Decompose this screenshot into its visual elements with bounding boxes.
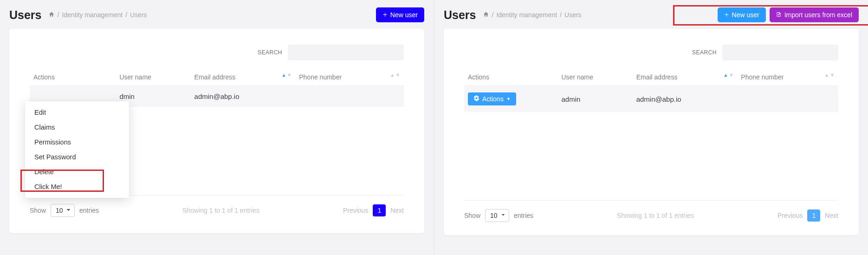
page-size-select[interactable]: 10 — [51, 204, 75, 217]
next-link[interactable]: Next — [390, 207, 404, 214]
menu-item-delete[interactable]: Delete — [25, 164, 129, 179]
cell-phone — [737, 86, 838, 112]
breadcrumb-sep: / — [58, 11, 59, 19]
cell-email: admin@abp.io — [191, 86, 296, 107]
show-label: Show — [30, 207, 46, 214]
breadcrumb-sep: / — [492, 11, 494, 19]
search-input[interactable] — [722, 45, 838, 60]
menu-item-permissions[interactable]: Permissions — [25, 135, 129, 150]
new-user-label: New user — [390, 11, 418, 19]
header-actions: New user Import users from excel — [718, 7, 859, 22]
header-right: Users / Identity management / Users New … — [444, 5, 859, 29]
search-label: SEARCH — [258, 49, 282, 56]
col-username[interactable]: User name — [116, 69, 190, 86]
cell-email: admin@abp.io — [633, 86, 738, 112]
header-left: Users / Identity management / Users New … — [9, 5, 424, 29]
page-size-group: Show 10 entries — [464, 209, 533, 222]
pager: Previous 1 Next — [777, 209, 838, 222]
page-title: Users — [444, 8, 476, 22]
search-input[interactable] — [288, 45, 404, 60]
show-label: Show — [464, 212, 480, 219]
import-users-label: Import users from excel — [784, 11, 852, 19]
plus-icon — [724, 11, 729, 19]
cell-phone — [295, 86, 404, 107]
search-row: SEARCH — [464, 45, 838, 60]
page-size-select[interactable]: 10 — [485, 209, 509, 222]
page-title: Users — [9, 8, 42, 22]
col-phone-label: Phone number — [299, 73, 342, 81]
showing-info: Showing 1 to 1 of 1 entries — [617, 212, 694, 219]
next-link[interactable]: Next — [825, 212, 838, 219]
breadcrumb-seg-identity[interactable]: Identity management — [496, 11, 557, 19]
col-phone[interactable]: Phone number ▲▼ — [295, 69, 404, 86]
col-email[interactable]: Email address ▲▼ — [191, 69, 296, 86]
import-icon — [776, 11, 782, 19]
home-icon[interactable] — [483, 11, 489, 19]
entries-label: entries — [514, 212, 533, 219]
cell-username: admin — [558, 86, 633, 112]
breadcrumb-seg-users[interactable]: Users — [564, 11, 582, 19]
gear-icon — [473, 95, 479, 103]
home-icon[interactable] — [48, 11, 55, 19]
col-phone-label: Phone number — [741, 73, 784, 81]
breadcrumb: / Identity management / Users — [48, 11, 147, 19]
plus-icon — [382, 11, 388, 19]
showing-info: Showing 1 to 1 of 1 entries — [182, 207, 259, 214]
entries-label: entries — [79, 207, 99, 214]
menu-item-click-me[interactable]: Click Me! — [25, 179, 129, 194]
new-user-label: New user — [732, 11, 759, 19]
sort-icon: ▲▼ — [281, 73, 291, 77]
new-user-button[interactable]: New user — [376, 7, 424, 22]
col-actions[interactable]: Actions — [30, 69, 116, 86]
sort-icon: ▲▼ — [824, 73, 835, 77]
panel-right: Users / Identity management / Users New … — [434, 0, 868, 255]
menu-item-edit[interactable]: Edit — [25, 105, 129, 120]
menu-item-claims[interactable]: Claims — [25, 120, 129, 135]
sort-icon: ▲▼ — [390, 73, 400, 77]
sort-icon: ▲▼ — [724, 73, 734, 77]
previous-link[interactable]: Previous — [777, 212, 803, 219]
breadcrumb-sep: / — [560, 11, 562, 19]
breadcrumb-seg-identity[interactable]: Identity management — [62, 11, 123, 19]
panel-left: Users / Identity management / Users New … — [0, 0, 434, 255]
row-actions-button[interactable]: Actions ▼ — [468, 92, 516, 105]
chevron-down-icon: ▼ — [506, 97, 511, 101]
page-number[interactable]: 1 — [373, 204, 386, 216]
breadcrumb-seg-users[interactable]: Users — [130, 11, 147, 19]
col-email[interactable]: Email address ▲▼ — [633, 69, 738, 86]
page-size-group: Show 10 entries — [30, 204, 99, 217]
page-number[interactable]: 1 — [807, 209, 820, 222]
breadcrumb: / Identity management / Users — [483, 11, 582, 19]
table-footer: Show 10 entries Showing 1 to 1 of 1 entr… — [30, 195, 404, 217]
card-right: SEARCH Actions User name Email address ▲… — [444, 29, 859, 235]
search-row: SEARCH — [30, 45, 404, 60]
table-footer: Show 10 entries Showing 1 to 1 of 1 entr… — [464, 200, 838, 222]
previous-link[interactable]: Previous — [343, 207, 368, 214]
import-users-button[interactable]: Import users from excel — [770, 7, 859, 22]
actions-dropdown: Edit Claims Permissions Set Password Del… — [25, 101, 129, 198]
table-row: Actions ▼ admin admin@abp.io — [464, 86, 838, 112]
users-table: Actions User name Email address ▲▼ Phone… — [464, 69, 838, 112]
col-username[interactable]: User name — [558, 69, 633, 86]
menu-item-set-password[interactable]: Set Password — [25, 150, 129, 164]
col-actions[interactable]: Actions — [464, 69, 558, 86]
col-phone[interactable]: Phone number ▲▼ — [737, 69, 838, 86]
row-actions-label: Actions — [482, 95, 504, 103]
search-label: SEARCH — [692, 49, 717, 56]
breadcrumb-sep: / — [125, 11, 127, 19]
pager: Previous 1 Next — [343, 204, 404, 216]
col-email-label: Email address — [194, 73, 236, 81]
new-user-button[interactable]: New user — [718, 7, 766, 22]
header-left-group: Users / Identity management / Users — [9, 8, 147, 22]
col-email-label: Email address — [636, 73, 678, 81]
header-actions: New user — [376, 7, 424, 22]
header-left-group: Users / Identity management / Users — [444, 8, 582, 22]
cell-actions: Actions ▼ — [464, 86, 558, 112]
